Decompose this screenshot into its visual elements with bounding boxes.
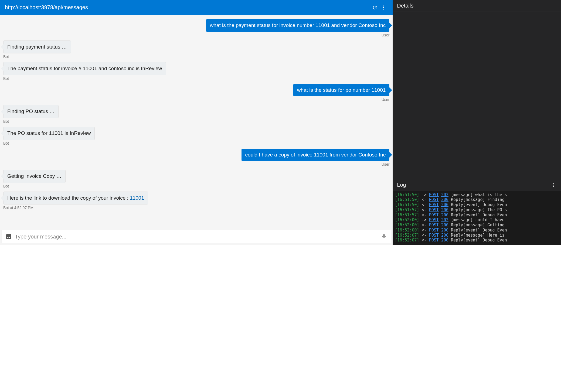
- log-body[interactable]: [16:51:50] -> POST 202 [message] what is…: [393, 191, 561, 245]
- log-line: [16:52:00] <- POST 200 Reply[event] Debu…: [395, 228, 559, 233]
- log-menu-button[interactable]: [550, 182, 557, 188]
- user-message: what is the status for po number 11001Us…: [3, 84, 389, 102]
- message-sender-label: User: [382, 97, 390, 102]
- message-sender-label: User: [382, 33, 390, 37]
- log-title: Log: [397, 182, 406, 188]
- side-pane: Details Log [16:51:50] -> POST 202 [mess…: [393, 0, 561, 245]
- message-sender-label: Bot: [3, 119, 9, 124]
- invoice-link[interactable]: 11001: [130, 195, 144, 201]
- svg-point-5: [553, 186, 554, 187]
- message-sender-label: Bot: [3, 141, 9, 145]
- message-bubble: what is the status for po number 11001: [293, 84, 389, 97]
- log-line: [16:51:50] <- POST 200 Reply[message] Fi…: [395, 197, 559, 202]
- log-line: [16:51:57] <- POST 200 Reply[message] Th…: [395, 207, 559, 213]
- refresh-icon: [372, 5, 378, 10]
- message-sender-label: Bot: [3, 184, 9, 188]
- bot-message: The PO status for 11001 is InReviewBot: [3, 127, 389, 145]
- svg-point-2: [383, 9, 384, 9]
- user-message: could I have a copy of invoice 11001 fro…: [3, 149, 389, 167]
- message-bubble: Getting Invoice Copy …: [3, 170, 66, 183]
- composer: [2, 230, 391, 243]
- log-line: [16:52:00] <- POST 200 Reply[message] Ge…: [395, 223, 559, 228]
- log-line: [16:52:00] -> POST 202 [message] could I…: [395, 217, 559, 223]
- details-header: Details: [393, 0, 561, 12]
- user-message: what is the payment status for invoice n…: [3, 19, 389, 37]
- svg-point-0: [383, 5, 384, 6]
- log-line: [16:52:07] <- POST 200 Reply[event] Debu…: [395, 238, 559, 243]
- message-input[interactable]: [13, 233, 380, 241]
- refresh-button[interactable]: [370, 3, 379, 12]
- details-title: Details: [397, 3, 413, 9]
- svg-point-3: [553, 183, 554, 184]
- message-bubble: Here is the link to download the copy of…: [3, 192, 148, 205]
- log-header: Log: [393, 179, 561, 191]
- bot-message: Here is the link to download the copy of…: [3, 192, 389, 210]
- microphone-icon: [381, 234, 387, 240]
- mic-button[interactable]: [380, 233, 388, 241]
- svg-point-1: [383, 7, 384, 8]
- more-vertical-icon: [381, 5, 386, 10]
- chat-pane: http://localhost:3978/api/messages what …: [0, 0, 393, 245]
- bot-message: The payment status for invoice # 11001 a…: [3, 62, 389, 81]
- message-bubble: The PO status for 11001 is InReview: [3, 127, 95, 140]
- chat-header: http://localhost:3978/api/messages: [0, 0, 393, 15]
- message-sender-label: Bot: [3, 54, 9, 59]
- message-bubble: The payment status for invoice # 11001 a…: [3, 62, 166, 75]
- message-bubble: Finding payment status …: [3, 40, 71, 54]
- attach-image-button[interactable]: [5, 233, 13, 241]
- message-sender-label: Bot at 4:52:07 PM: [3, 206, 33, 210]
- image-icon: [5, 233, 12, 240]
- message-sender-label: User: [382, 162, 390, 166]
- log-line: [16:51:50] -> POST 202 [message] what is…: [395, 192, 559, 197]
- message-sender-label: Bot: [3, 76, 9, 81]
- log-line: [16:51:50] <- POST 200 Reply[event] Debu…: [395, 202, 559, 207]
- svg-point-4: [553, 185, 554, 185]
- more-vertical-icon: [551, 183, 556, 188]
- details-body: [393, 12, 561, 179]
- endpoint-url: http://localhost:3978/api/messages: [5, 4, 370, 11]
- message-bubble: what is the payment status for invoice n…: [206, 19, 390, 32]
- message-bubble: Finding PO status …: [3, 105, 59, 118]
- bot-message: Finding payment status …Bot: [3, 40, 389, 59]
- bot-message: Finding PO status …Bot: [3, 105, 389, 124]
- log-line: [16:51:57] <- POST 200 Reply[event] Debu…: [395, 213, 559, 218]
- message-bubble: could I have a copy of invoice 11001 fro…: [242, 149, 390, 161]
- log-line: [16:52:07] <- POST 200 Reply[message] He…: [395, 233, 559, 238]
- bot-message: Getting Invoice Copy …Bot: [3, 170, 389, 188]
- log-area: Log [16:51:50] -> POST 202 [message] wha…: [393, 179, 561, 245]
- message-list[interactable]: what is the payment status for invoice n…: [0, 15, 393, 228]
- more-menu-button[interactable]: [379, 3, 388, 12]
